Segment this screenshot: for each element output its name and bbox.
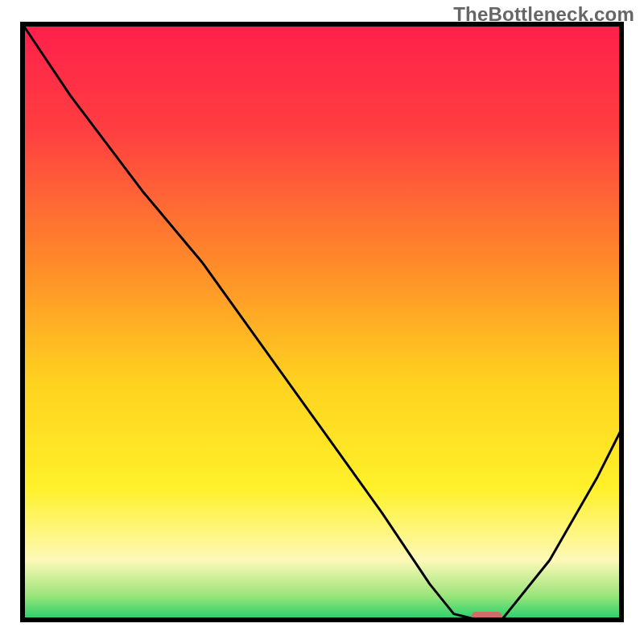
chart-frame: TheBottleneck.com xyxy=(0,0,644,644)
bottleneck-chart xyxy=(0,0,644,644)
plot-area xyxy=(23,24,621,620)
watermark-label: TheBottleneck.com xyxy=(453,3,634,26)
gradient-background xyxy=(23,24,621,620)
